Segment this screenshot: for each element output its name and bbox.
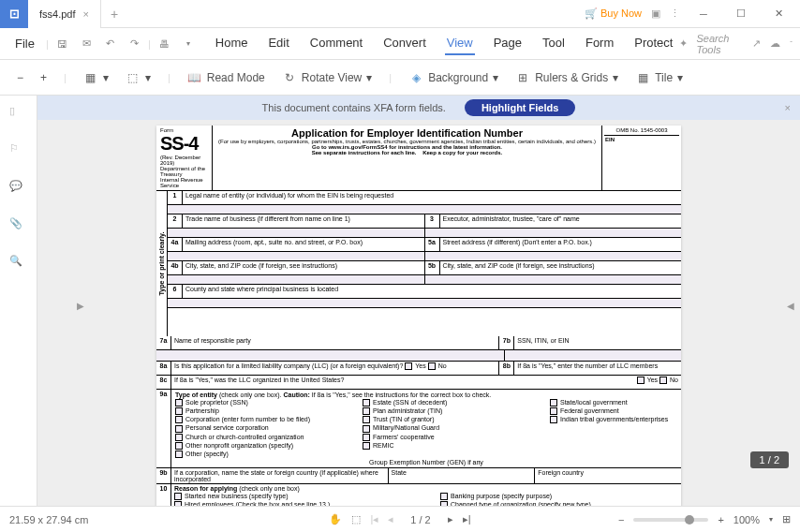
zoom-thumb[interactable] <box>685 515 694 525</box>
foreign-label: Foreign country <box>535 468 681 483</box>
zoom-in-button[interactable]: + <box>40 71 47 84</box>
checkbox[interactable] <box>175 416 183 423</box>
close-window-button[interactable]: ✕ <box>764 0 793 28</box>
zoom-out-icon[interactable]: − <box>618 514 624 525</box>
search-icon[interactable]: 🔍 <box>9 255 28 273</box>
search-star-icon[interactable]: ✦ <box>679 37 688 50</box>
menu-tabs: Home Edit Comment Convert View Page Tool… <box>214 32 675 55</box>
zoom-in-icon[interactable]: + <box>718 514 723 525</box>
zoom-out-button[interactable]: − <box>17 71 23 84</box>
checkbox[interactable] <box>363 407 370 415</box>
zoom-dropdown-icon[interactable]: ▾ <box>769 515 773 524</box>
maximize-button[interactable]: ☐ <box>727 0 755 28</box>
checkbox[interactable] <box>175 451 183 458</box>
zoom-level[interactable]: 100% <box>733 514 760 525</box>
last-page-icon[interactable]: ▸| <box>463 513 471 525</box>
entity-option: REMIC <box>363 442 522 450</box>
zoom-slider[interactable] <box>633 518 708 522</box>
close-tab-icon[interactable]: × <box>83 8 89 20</box>
first-page-icon[interactable]: |◂ <box>370 513 378 525</box>
line1-label: Legal name of entity (or individual) for… <box>183 191 681 204</box>
entity-option: Corporation (enter form number to be fil… <box>175 416 334 423</box>
document-tab[interactable]: fss4.pdf × <box>28 0 101 28</box>
checkbox[interactable] <box>363 434 370 441</box>
prev-page-icon[interactable]: ◂ <box>388 513 393 525</box>
highlight-fields-button[interactable]: Highlight Fields <box>465 99 576 116</box>
search-tools-input[interactable]: Search Tools <box>697 33 744 55</box>
print-dropdown-icon[interactable]: ▾ <box>178 33 199 55</box>
page-number[interactable]: 1 / 2 <box>403 512 437 527</box>
rulers-grids-button[interactable]: ⊞Rulers & Grids▾ <box>515 70 618 85</box>
entity-option: Federal government <box>550 407 677 415</box>
checkbox[interactable] <box>405 362 412 370</box>
tab-view[interactable]: View <box>445 32 475 55</box>
instructions-line: See separate instructions for each line.… <box>215 150 600 155</box>
nav-next-icon[interactable]: ◀ <box>787 301 798 319</box>
nav-prev-icon[interactable]: ▶ <box>77 301 88 319</box>
tab-title: fss4.pdf <box>39 8 76 20</box>
fit-actual-button[interactable]: ▦▾ <box>83 70 109 85</box>
tab-form[interactable]: Form <box>584 32 615 55</box>
checkbox[interactable] <box>175 425 183 433</box>
checkbox[interactable] <box>363 442 370 450</box>
thumbnails-icon[interactable]: ▯ <box>9 105 28 124</box>
checkbox[interactable] <box>363 399 370 406</box>
select-tool-icon[interactable]: ⬚ <box>351 513 361 525</box>
redo-icon[interactable]: ↷ <box>124 33 144 55</box>
buy-now-link[interactable]: 🛒 Buy Now <box>585 7 642 20</box>
line4b-label: City, state, and ZIP code (if foreign, s… <box>183 261 425 274</box>
tab-edit[interactable]: Edit <box>266 32 290 55</box>
next-page-icon[interactable]: ▸ <box>448 513 453 525</box>
new-tab-button[interactable]: + <box>101 7 127 22</box>
checkbox[interactable] <box>550 416 557 423</box>
checkbox[interactable] <box>440 493 448 500</box>
entity-option: Sole proprietor (SSN) <box>175 399 334 406</box>
checkbox[interactable] <box>659 377 667 384</box>
line8b-label: If 8a is "Yes," enter the number of LLC … <box>514 362 681 375</box>
hand-tool-icon[interactable]: ✋ <box>329 513 342 525</box>
bookmarks-icon[interactable]: ⚐ <box>9 142 28 161</box>
checkbox[interactable] <box>637 377 644 384</box>
print-icon[interactable]: 🖶 <box>155 33 175 55</box>
line9b-label: If a corporation, name the state or fore… <box>171 468 389 483</box>
minimize-button[interactable]: ─ <box>689 0 718 28</box>
tab-convert[interactable]: Convert <box>381 32 428 55</box>
file-menu[interactable]: File <box>7 33 42 54</box>
comments-icon[interactable]: 💬 <box>9 180 28 199</box>
banner-close-icon[interactable]: × <box>785 102 791 113</box>
tab-tool[interactable]: Tool <box>541 32 567 55</box>
attachments-icon[interactable]: 📎 <box>9 217 28 236</box>
line8c-label: If 8a is "Yes," was the LLC organized in… <box>171 376 681 389</box>
background-button[interactable]: ◈Background▾ <box>408 70 498 85</box>
menu-icon[interactable]: ⋮ <box>670 7 680 20</box>
cloud-icon[interactable]: ☁ <box>770 37 780 50</box>
checkbox[interactable] <box>175 399 183 406</box>
gen-label: Group Exemption Number (GEN) if any <box>175 459 677 466</box>
entity-option: Banking purpose (specify purpose) <box>440 493 678 500</box>
tab-comment[interactable]: Comment <box>308 32 364 55</box>
fit-page-button[interactable]: ⬚▾ <box>126 70 151 85</box>
gift-icon[interactable]: ▣ <box>651 7 660 20</box>
tab-home[interactable]: Home <box>214 32 250 55</box>
tab-protect[interactable]: Protect <box>632 32 674 55</box>
line6-label: County and state where principal busines… <box>183 285 681 298</box>
checkbox[interactable] <box>175 442 183 450</box>
undo-icon[interactable]: ↶ <box>100 33 121 55</box>
checkbox[interactable] <box>174 493 182 500</box>
checkbox[interactable] <box>363 425 370 433</box>
save-icon[interactable]: 🖫 <box>52 33 73 55</box>
share-icon[interactable]: ↗ <box>752 37 761 50</box>
read-mode-button[interactable]: 📖Read Mode <box>187 70 265 85</box>
rotate-view-button[interactable]: ↻Rotate View▾ <box>282 70 372 85</box>
chevron-down-icon[interactable]: ˇ <box>790 39 793 48</box>
checkbox[interactable] <box>175 407 183 415</box>
checkbox[interactable] <box>428 362 436 370</box>
mail-icon[interactable]: ✉ <box>76 33 96 55</box>
checkbox[interactable] <box>175 434 183 441</box>
checkbox[interactable] <box>363 416 370 423</box>
fit-screen-icon[interactable]: ⊞ <box>782 513 791 525</box>
tile-button[interactable]: ▦Tile▾ <box>635 70 683 85</box>
tab-page[interactable]: Page <box>492 32 524 55</box>
checkbox[interactable] <box>550 399 557 406</box>
checkbox[interactable] <box>550 407 557 415</box>
